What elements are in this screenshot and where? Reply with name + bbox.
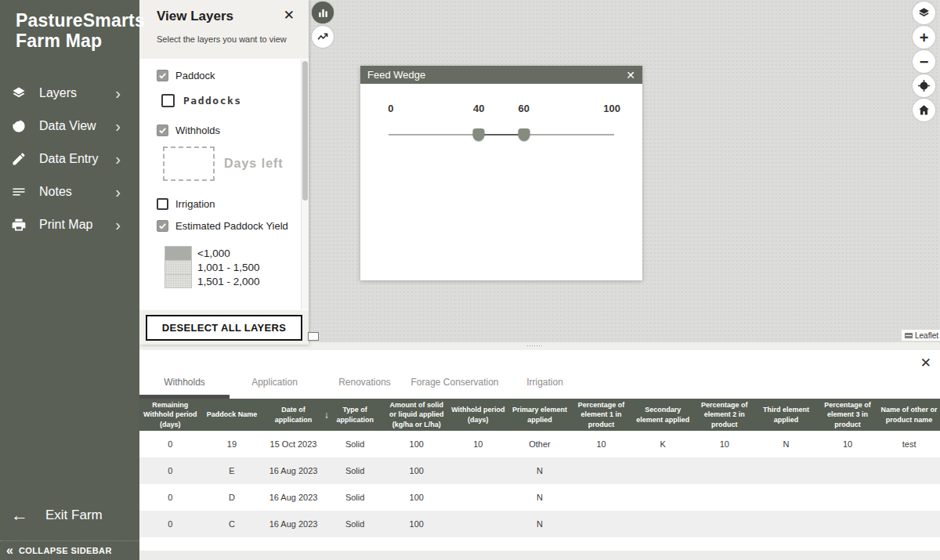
table-cell — [632, 484, 694, 511]
tab-label: Forage Conservation — [410, 377, 498, 388]
column-header-label: Amount of solid or liquid applied (kg/ha… — [388, 400, 445, 428]
sidebar-item-data-view[interactable]: Data View› — [0, 110, 139, 143]
column-header[interactable]: Withhold period (days) — [447, 399, 509, 431]
data-view-icon — [11, 118, 27, 134]
paddocks-label: Paddocks — [183, 95, 242, 107]
view-layers-title: View Layers — [157, 9, 298, 24]
column-header[interactable]: Amount of solid or liquid applied (kg/ha… — [385, 399, 447, 431]
column-header[interactable]: Paddock Name — [201, 399, 263, 431]
column-header[interactable]: Percentage of element 3 in product — [817, 399, 879, 431]
sidebar-item-notes[interactable]: Notes› — [0, 175, 139, 208]
drag-handle[interactable] — [526, 345, 542, 348]
sidebar: PastureSmarts Farm Map Layers›Data View›… — [0, 0, 139, 540]
table-row[interactable]: 0E16 Aug 2023Solid100N — [139, 457, 940, 484]
table-cell — [570, 484, 632, 511]
paddock-checkbox[interactable] — [157, 70, 168, 81]
layer-list-scrollbar[interactable] — [301, 60, 309, 309]
column-header[interactable]: Name of other or product name — [878, 399, 940, 431]
app-title-line2: Farm Map — [16, 31, 139, 52]
close-icon[interactable]: ✕ — [626, 69, 635, 81]
collapse-sidebar-button[interactable]: « COLLAPSE SIDEBAR — [0, 540, 139, 560]
column-header[interactable]: Percentage of element 2 in product — [693, 399, 755, 431]
table-row[interactable]: 01915 Oct 2023Solid10010Other10K10N10tes… — [139, 431, 940, 457]
column-header-label: Date of application — [265, 405, 322, 424]
deselect-all-layers-button[interactable]: DESELECT ALL LAYERS — [146, 315, 302, 341]
table-header-row: Remaining Withhold period (days)Paddock … — [139, 399, 940, 431]
table-cell: Solid — [324, 484, 386, 511]
column-header[interactable]: Third element applied — [755, 399, 817, 431]
feed-wedge-header: Feed Wedge ✕ — [360, 66, 642, 84]
exit-farm-label: Exit Farm — [45, 508, 103, 523]
exit-farm-button[interactable]: ← Exit Farm — [0, 508, 139, 523]
table-cell: test — [878, 431, 940, 457]
column-header-label: Primary element applied — [512, 405, 569, 424]
withholds-checkbox[interactable] — [157, 125, 168, 136]
column-header-label: Secondary element applied — [634, 405, 692, 424]
table-cell — [693, 511, 755, 537]
yield-legend-label: 1,001 - 1,500 — [197, 262, 260, 273]
tab-withholds[interactable]: Withholds — [139, 350, 230, 399]
paddock-label: Paddock — [175, 70, 215, 81]
table-row[interactable]: 0C16 Aug 2023Solid100N — [139, 511, 940, 537]
irrigation-checkbox[interactable] — [157, 198, 168, 210]
trend-chart-button[interactable] — [312, 26, 334, 48]
paddocks-checkbox[interactable] — [161, 94, 175, 107]
tab-renovations[interactable]: Renovations — [320, 350, 410, 399]
map-control-layers-button[interactable] — [913, 2, 935, 24]
column-header[interactable]: Primary element applied — [509, 399, 571, 431]
feed-wedge-title: Feed Wedge — [367, 69, 626, 81]
close-icon[interactable]: ✕ — [284, 7, 295, 23]
table-cell: N — [509, 511, 571, 537]
table-cell: Solid — [324, 431, 386, 457]
tab-forage-conservation[interactable]: Forage Conservation — [410, 350, 500, 399]
map-control-locate-button[interactable] — [913, 74, 935, 97]
feed-wedge-panel: Feed Wedge ✕ 04060100 — [360, 66, 642, 280]
sidebar-item-print-map[interactable]: Print Map› — [0, 208, 139, 241]
map-control-zoom-out-button[interactable]: − — [913, 50, 935, 73]
layer-item-withholds: Withholds — [157, 125, 309, 136]
map-control-home-button[interactable] — [913, 99, 935, 121]
table-cell: 10 — [693, 431, 755, 457]
table-cell: N — [509, 484, 571, 511]
bar-chart-button[interactable] — [312, 2, 334, 23]
minus-icon: − — [917, 55, 931, 68]
table-cell: 10 — [817, 431, 879, 457]
column-header[interactable]: Secondary element applied — [632, 399, 694, 431]
table-cell: 19 — [201, 431, 263, 457]
chevron-right-icon: › — [115, 88, 128, 99]
column-header[interactable]: Date of application↓ — [262, 399, 324, 431]
map-control-zoom-in-button[interactable]: + — [913, 26, 935, 49]
column-header-label: Name of other or product name — [880, 405, 938, 424]
tab-irrigation[interactable]: Irrigation — [500, 350, 590, 399]
layers-icon — [917, 6, 931, 20]
sidebar-item-layers[interactable]: Layers› — [0, 77, 139, 110]
layers-icon — [11, 85, 27, 101]
days-left-swatch — [163, 146, 215, 181]
scrollbar-thumb[interactable] — [302, 61, 308, 201]
sidebar-item-data-entry[interactable]: Data Entry› — [0, 143, 139, 175]
table-cell: 16 Aug 2023 — [262, 457, 324, 484]
slider-handle-max[interactable] — [518, 128, 530, 141]
home-icon — [917, 103, 931, 117]
close-icon[interactable]: ✕ — [920, 355, 931, 371]
slider-handle-min[interactable] — [473, 128, 485, 141]
table-cell — [447, 457, 509, 484]
column-header-label: Third element applied — [757, 405, 815, 424]
column-header[interactable]: Remaining Withhold period (days) — [139, 399, 201, 431]
estimated-paddock-yield-checkbox[interactable] — [157, 220, 168, 232]
table-cell: N — [755, 431, 817, 457]
table-cell — [817, 484, 879, 511]
column-header[interactable]: Percentage of element 1 in product — [570, 399, 632, 431]
tab-label: Irrigation — [526, 377, 563, 388]
tab-application[interactable]: Application — [230, 350, 320, 399]
data-table-tabs: WithholdsApplicationRenovationsForage Co… — [139, 350, 940, 399]
back-arrow-icon: ← — [11, 508, 28, 522]
table-cell: 100 — [385, 511, 447, 537]
panel-resize-handle[interactable] — [308, 332, 319, 341]
leaflet-flag-icon — [905, 333, 913, 338]
table-cell — [447, 511, 509, 537]
collapse-sidebar-label: COLLAPSE SIDEBAR — [19, 546, 112, 555]
table-row[interactable]: 0D16 Aug 2023Solid100N — [139, 484, 940, 511]
column-header[interactable]: Type of application — [324, 399, 386, 431]
view-layers-footer: DESELECT ALL LAYERS — [139, 310, 309, 345]
